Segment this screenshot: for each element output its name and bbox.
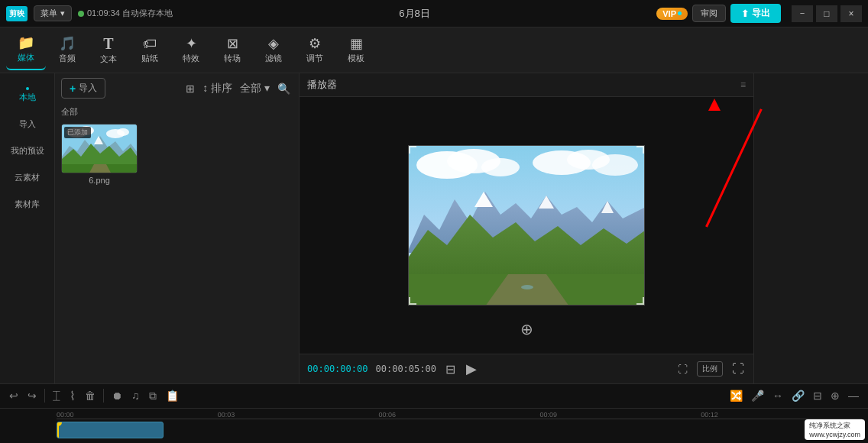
media-file-name: 6.png: [61, 176, 138, 185]
shrink-button[interactable]: ⊟: [810, 387, 825, 404]
ruler-mark-1: 00:03: [218, 411, 379, 419]
tool-audio[interactable]: 🎵 音频: [47, 31, 87, 70]
media-thumbnail: 已添加: [61, 124, 138, 173]
vip-dot-icon: [678, 11, 682, 15]
autosave-text: 01:09:34 自动保存本地: [87, 8, 173, 19]
autosave-indicator: 01:09:34 自动保存本地: [78, 8, 173, 19]
media-toolbar: + 导入 ⊞ ↕ 排序 全部 ▾ 🔍: [55, 73, 299, 103]
tool-transition[interactable]: ⊠ 转场: [212, 31, 252, 70]
paste-button[interactable]: 📋: [163, 387, 182, 404]
snap-button[interactable]: 🔀: [727, 387, 746, 404]
link-audio-button[interactable]: ↔: [769, 387, 786, 404]
toolbar-separator-2: [103, 389, 104, 403]
copy-button[interactable]: ⧉: [146, 387, 160, 405]
tool-text[interactable]: T 文本: [89, 31, 128, 70]
timeline: ↩ ↪ ⌶ ⌇ 🗑 ⏺ ♫ ⧉ 📋 🔀 🎤 ↔ 🔗 ⊟ ⊕ — 00:00: [0, 383, 868, 443]
tool-adjust[interactable]: ⚙ 调节: [295, 31, 335, 70]
track-ruler: 00:00 00:03 00:06 00:09 00:12: [57, 409, 862, 443]
redo-button[interactable]: ↪: [24, 387, 40, 404]
fullscreen-button[interactable]: ⛶: [730, 361, 746, 377]
player-controls: 00:00:00:00 00:00:05:00 ⊟ ▶ ⛶ 比例 ⛶: [300, 354, 753, 383]
tool-filter[interactable]: ◈ 滤镜: [254, 31, 293, 70]
menu-chevron-icon: ▾: [60, 8, 65, 18]
tool-media[interactable]: 📁 媒体: [6, 31, 46, 70]
app-logo: 剪映: [6, 6, 28, 21]
vip-badge[interactable]: VIP: [656, 8, 688, 20]
sidebar-cloud-label: 云素材: [15, 173, 40, 182]
transition-icon: ⊠: [227, 37, 238, 50]
delete-button[interactable]: 🗑: [82, 387, 99, 404]
filter-button[interactable]: 全部 ▾: [238, 79, 272, 98]
export-button[interactable]: ⬆ 导出: [730, 4, 781, 23]
ruler-mark-4: 00:12: [701, 411, 862, 419]
player-center-target-icon: ⊕: [520, 320, 533, 338]
chain-button[interactable]: 🔗: [789, 387, 808, 404]
effects-icon: ✦: [186, 37, 197, 50]
export-icon: ⬆: [741, 8, 749, 19]
grid-view-button[interactable]: ⊞: [183, 80, 197, 97]
zoom-out-button[interactable]: —: [845, 387, 862, 404]
tool-sticker[interactable]: 🏷 贴纸: [130, 31, 170, 70]
corner-handle-tr: [636, 146, 644, 154]
time-current: 00:00:00:00: [307, 364, 368, 374]
playhead[interactable]: [57, 422, 59, 438]
sidebar-library-label: 素材库: [15, 199, 40, 209]
sidebar-item-library[interactable]: 素材库: [3, 192, 51, 216]
sidebar-preset-label: 我的预设: [11, 146, 44, 155]
grid-lines-button[interactable]: ⊟: [444, 361, 457, 378]
titlebar-date: 6月8日: [399, 7, 429, 21]
template-icon: ▦: [350, 37, 363, 50]
player-menu-icon[interactable]: ≡: [740, 79, 746, 90]
record-button[interactable]: ⏺: [108, 387, 125, 404]
tool-media-label: 媒体: [18, 52, 34, 63]
split2-button[interactable]: ⌇: [66, 386, 79, 406]
audio-icon: 🎵: [59, 37, 76, 50]
media-icon: 📁: [18, 36, 34, 50]
time-total: 00:00:05:00: [375, 364, 436, 374]
import-button[interactable]: + 导入: [61, 78, 105, 99]
adjust-icon: ⚙: [309, 37, 321, 50]
audio-mix-button[interactable]: ♫: [128, 387, 143, 404]
video-clip[interactable]: [57, 422, 164, 438]
tool-effects[interactable]: ✦ 特效: [171, 31, 211, 70]
sticker-icon: 🏷: [143, 37, 157, 50]
search-button[interactable]: 🔍: [275, 80, 293, 97]
close-button[interactable]: ×: [840, 5, 862, 22]
review-button[interactable]: 审阅: [692, 5, 726, 22]
svg-point-24: [521, 285, 533, 289]
undo-button[interactable]: ↩: [6, 387, 21, 404]
ruler-mark-3: 00:09: [539, 411, 701, 419]
menu-button[interactable]: 菜单 ▾: [34, 5, 72, 21]
player-header: 播放器 ≡: [300, 73, 753, 97]
player-panel: 播放器 ≡: [300, 73, 753, 383]
list-item[interactable]: 已添加 6.png: [61, 124, 138, 185]
ratio-button[interactable]: 比例: [697, 361, 723, 377]
maximize-button[interactable]: □: [816, 5, 837, 22]
import-label: 导入: [79, 82, 97, 95]
right-panel: [753, 73, 868, 383]
tool-template[interactable]: ▦ 模板: [336, 31, 376, 70]
split-button[interactable]: ⌶: [50, 386, 63, 405]
play-button[interactable]: ▶: [465, 359, 478, 379]
sidebar-item-import[interactable]: 导入: [3, 112, 51, 136]
sort-button[interactable]: ↕ 排序: [200, 79, 235, 98]
main-layout: 本地 导入 我的预设 云素材 素材库 + 导入 ⊞ ↕ 排序 全部 ▾ 🔍: [0, 73, 868, 383]
logo-text: 剪映: [9, 8, 24, 19]
zoom-in-button[interactable]: ⊕: [828, 387, 843, 404]
filter-icon: ◈: [268, 37, 279, 50]
tool-audio-label: 音频: [59, 53, 76, 64]
video-content: [409, 146, 645, 306]
text-icon: T: [103, 36, 113, 51]
minimize-button[interactable]: －: [792, 5, 813, 22]
red-arrow-head: [708, 99, 721, 111]
crop-button[interactable]: ⛶: [676, 362, 689, 377]
sidebar-item-preset[interactable]: 我的预设: [3, 139, 51, 163]
watermark: 纯净系统之家 www.ycwjzy.com: [805, 419, 865, 440]
tool-effects-label: 特效: [183, 53, 199, 64]
export-label: 导出: [752, 7, 770, 20]
main-toolbar: 📁 媒体 🎵 音频 T 文本 🏷 贴纸 ✦ 特效 ⊠ 转场 ◈ 滤镜 ⚙ 调节 …: [0, 27, 868, 73]
sidebar-item-local[interactable]: 本地: [3, 81, 51, 109]
mic-button[interactable]: 🎤: [748, 387, 767, 404]
toolbar-separator: [44, 389, 45, 403]
sidebar-item-cloud[interactable]: 云素材: [3, 166, 51, 189]
